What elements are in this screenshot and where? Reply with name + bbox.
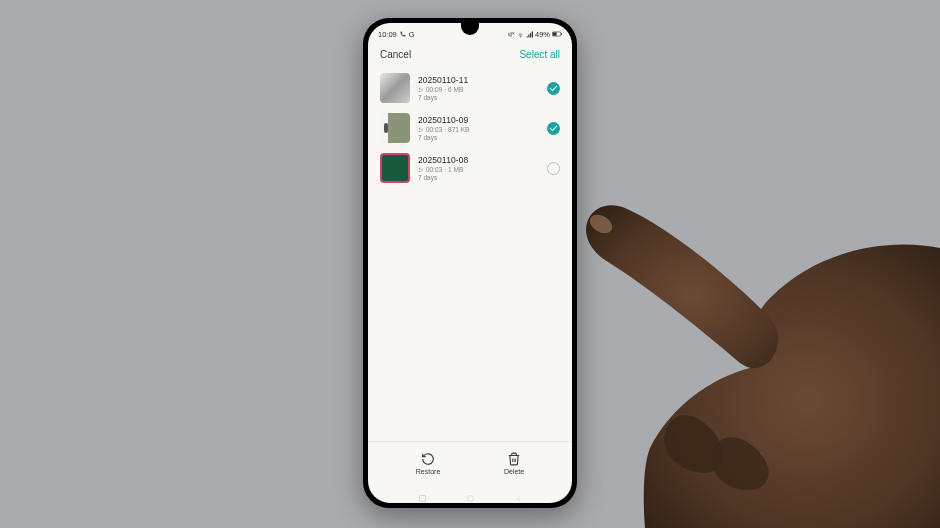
list-item[interactable]: 20250110-09 00:03 · 871 KB 7 days xyxy=(368,108,572,148)
item-title: 20250110-09 xyxy=(418,115,539,125)
item-meta: 00:09 · 6 MB xyxy=(418,86,539,93)
list-item[interactable]: 20250110-11 00:09 · 6 MB 7 days xyxy=(368,68,572,108)
restore-label: Restore xyxy=(416,468,441,475)
svg-point-13 xyxy=(467,495,473,501)
signal-icon xyxy=(526,31,533,38)
item-title: 20250110-08 xyxy=(418,155,539,165)
checkbox-unchecked[interactable] xyxy=(547,162,560,175)
item-info: 20250110-08 00:03 · 1 MB 7 days xyxy=(418,155,539,181)
svg-point-6 xyxy=(419,87,421,89)
item-days: 7 days xyxy=(418,134,539,141)
item-duration: 00:03 xyxy=(426,126,442,133)
android-nav-bar xyxy=(368,487,572,503)
item-title: 20250110-11 xyxy=(418,75,539,85)
svg-point-9 xyxy=(419,130,421,132)
header: Cancel Select all xyxy=(368,43,572,68)
item-meta: 00:03 · 871 KB xyxy=(418,126,539,133)
trash-icon xyxy=(507,452,521,466)
item-size: 6 MB xyxy=(448,86,463,93)
battery-icon xyxy=(552,31,562,37)
item-meta: 00:03 · 1 MB xyxy=(418,166,539,173)
checkbox-checked[interactable] xyxy=(547,82,560,95)
item-duration: 00:09 xyxy=(426,86,442,93)
svg-point-10 xyxy=(419,167,421,169)
phone-icon xyxy=(400,31,406,37)
bottom-bar: Restore Delete xyxy=(368,441,572,487)
svg-rect-5 xyxy=(561,33,562,35)
screen: 10:09 G 49% Cancel Select all 20250110-1… xyxy=(368,23,572,503)
select-all-button[interactable]: Select all xyxy=(519,49,560,60)
item-days: 7 days xyxy=(418,174,539,181)
back-icon[interactable] xyxy=(514,489,523,498)
mute-icon xyxy=(508,31,515,38)
item-duration: 00:03 xyxy=(426,166,442,173)
home-icon[interactable] xyxy=(466,489,475,498)
recording-list: 20250110-11 00:09 · 6 MB 7 days 20250110… xyxy=(368,68,572,441)
cancel-button[interactable]: Cancel xyxy=(380,49,411,60)
wifi-icon xyxy=(517,31,524,38)
item-info: 20250110-09 00:03 · 871 KB 7 days xyxy=(418,115,539,141)
thumbnail xyxy=(380,153,410,183)
svg-point-2 xyxy=(520,36,521,37)
restore-icon xyxy=(421,452,435,466)
svg-point-8 xyxy=(419,127,421,129)
clip-icon xyxy=(418,87,424,93)
delete-label: Delete xyxy=(504,468,524,475)
delete-button[interactable]: Delete xyxy=(504,452,524,475)
phone-frame: 10:09 G 49% Cancel Select all 20250110-1… xyxy=(363,18,577,508)
status-time: 10:09 xyxy=(378,30,397,39)
checkbox-checked[interactable] xyxy=(547,122,560,135)
clip-icon xyxy=(418,167,424,173)
item-days: 7 days xyxy=(418,94,539,101)
item-size: 1 MB xyxy=(448,166,463,173)
list-item[interactable]: 20250110-08 00:03 · 1 MB 7 days xyxy=(368,148,572,188)
recent-apps-icon[interactable] xyxy=(418,489,427,498)
svg-point-7 xyxy=(419,90,421,92)
item-size: 871 KB xyxy=(448,126,469,133)
svg-point-14 xyxy=(587,211,616,237)
thumbnail xyxy=(380,73,410,103)
status-carrier: G xyxy=(409,30,415,39)
clip-icon xyxy=(418,127,424,133)
svg-rect-4 xyxy=(553,32,557,35)
item-info: 20250110-11 00:09 · 6 MB 7 days xyxy=(418,75,539,101)
svg-point-11 xyxy=(419,170,421,172)
restore-button[interactable]: Restore xyxy=(416,452,441,475)
thumbnail xyxy=(380,113,410,143)
svg-rect-12 xyxy=(419,495,425,501)
status-battery: 49% xyxy=(535,30,550,39)
